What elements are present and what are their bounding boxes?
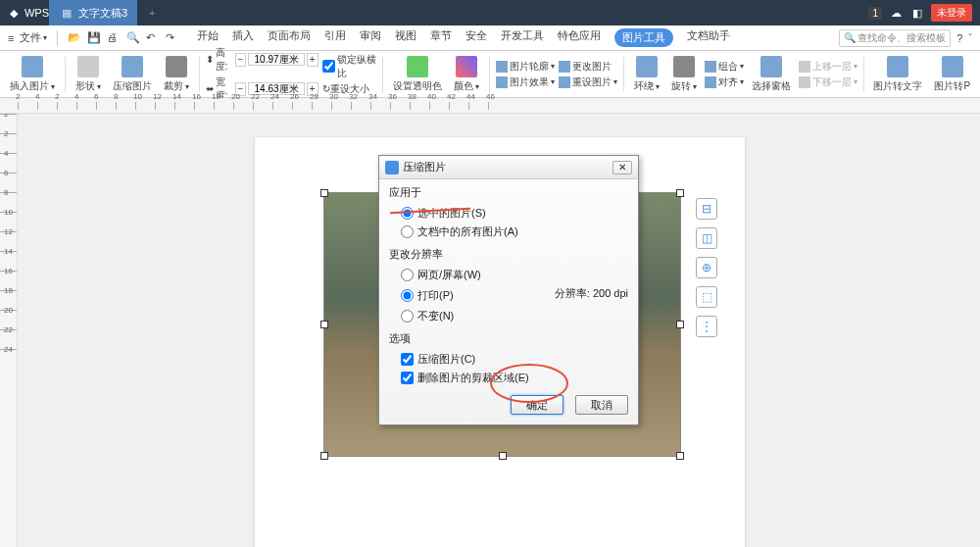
pic-outline-button[interactable]: 图片轮廓▾	[496, 60, 555, 74]
transparency-button[interactable]: 设置透明色	[389, 56, 446, 93]
tab-insert[interactable]: 插入	[232, 28, 254, 47]
picture-style-group: 图片轮廓▾ 图片效果▾	[496, 60, 555, 89]
handle-bl[interactable]	[320, 452, 328, 460]
save-icon[interactable]: 💾	[87, 31, 101, 45]
radio-print[interactable]: 打印(P)	[401, 286, 454, 305]
size-options: 锁定纵横比 ↻重设大小	[322, 53, 376, 96]
down-icon	[799, 76, 810, 88]
wrap-icon	[636, 56, 658, 77]
crop-float-icon[interactable]: ⬚	[696, 286, 717, 308]
handle-tr[interactable]	[676, 189, 684, 197]
crop-icon	[166, 56, 187, 77]
undo-icon[interactable]: ↶	[146, 31, 160, 45]
height-input[interactable]	[248, 53, 305, 66]
apply-to-legend: 应用于	[389, 185, 421, 200]
pic-effect-button[interactable]: 图片效果▾	[496, 75, 555, 89]
wrap-button[interactable]: 环绕	[630, 56, 663, 93]
preview-icon[interactable]: 🔍	[126, 31, 140, 45]
cloud-icon[interactable]: ☁	[888, 5, 904, 21]
redo-icon[interactable]: ↷	[166, 31, 179, 45]
zoom-icon[interactable]: ⊕	[696, 257, 717, 278]
tab-helper[interactable]: 文档助手	[687, 28, 730, 47]
group-button[interactable]: 组合▾	[705, 60, 744, 74]
ruler-horizontal: 2424681012141618202224262830323436384042…	[0, 98, 980, 114]
trans-icon	[407, 56, 428, 77]
tab-security[interactable]: 安全	[466, 28, 487, 47]
tab-ref[interactable]: 引用	[324, 28, 346, 47]
handle-l[interactable]	[320, 321, 328, 328]
align-button[interactable]: 对齐▾	[705, 75, 744, 89]
check-compress[interactable]: 压缩图片(C)	[389, 350, 628, 369]
dialog-body: 应用于 选中的图片(S) 文档中的所有图片(A) 更改分辨率 网页/屏幕(W) …	[379, 179, 638, 424]
skin-icon[interactable]: ◧	[909, 5, 925, 21]
wrap-options-icon[interactable]: ◫	[696, 227, 717, 249]
tab-layout[interactable]: 页面布局	[268, 28, 311, 47]
check-delete-crop[interactable]: 删除图片的剪裁区域(E)	[389, 369, 628, 387]
collapse-icon[interactable]: ˇ	[968, 32, 972, 44]
cancel-button[interactable]: 取消	[575, 395, 628, 415]
height-plus[interactable]: +	[307, 53, 318, 67]
dialog-close-button[interactable]: ✕	[612, 161, 632, 174]
compress-icon	[122, 56, 143, 77]
search-box[interactable]: 🔍查找命令、搜索模板	[839, 29, 951, 47]
document-tab[interactable]: ▦ 文字文稿3	[49, 0, 137, 25]
login-button[interactable]: 未登录	[931, 4, 972, 22]
selection-pane-button[interactable]: 选择窗格	[748, 56, 795, 93]
rotate-button[interactable]: 旋转	[667, 56, 701, 93]
print-icon[interactable]: 🖨	[107, 31, 121, 45]
menubar-right: 🔍查找命令、搜索模板 ? ˇ	[839, 29, 972, 47]
handle-tl[interactable]	[320, 189, 328, 197]
reset-icon	[559, 76, 570, 88]
lock-ratio-check[interactable]: 锁定纵横比	[322, 53, 376, 80]
color-icon	[456, 56, 477, 77]
layout-options-icon[interactable]: ⊟	[696, 198, 717, 220]
file-menu[interactable]: 文件▾	[20, 30, 47, 45]
arrange-group: 组合▾ 对齐▾	[705, 60, 744, 89]
tab-dev[interactable]: 开发工具	[501, 28, 544, 47]
tab-section[interactable]: 章节	[430, 28, 452, 47]
pic-to-text-button[interactable]: 图片转文字	[869, 56, 926, 93]
resolution-value: 分辨率: 200 dpi	[555, 286, 628, 305]
ok-button[interactable]: 确定	[511, 395, 564, 415]
ruler-vertical: 224681012141618202224	[0, 114, 18, 547]
change-pic-button[interactable]: 更改图片	[559, 60, 617, 74]
tab-special[interactable]: 特色应用	[558, 28, 601, 47]
handle-r[interactable]	[676, 321, 684, 328]
dialog-titlebar[interactable]: 压缩图片 ✕	[379, 156, 638, 179]
radio-all-pics[interactable]: 文档中的所有图片(A)	[389, 223, 628, 241]
pic-to-pdf-button[interactable]: 图片转P	[930, 56, 974, 93]
tab-view[interactable]: 视图	[395, 28, 416, 47]
effect-icon	[496, 76, 508, 88]
down-layer-button[interactable]: 下移一层▾	[799, 75, 858, 89]
radio-nochange[interactable]: 不变(N)	[389, 307, 628, 325]
insert-pic-icon	[22, 56, 43, 77]
color-button[interactable]: 颜色	[450, 56, 483, 93]
help-icon[interactable]: ?	[956, 32, 962, 44]
more-float-icon[interactable]: ⋮	[696, 316, 717, 337]
radio-web[interactable]: 网页/屏幕(W)	[389, 266, 628, 284]
tab-review[interactable]: 审阅	[360, 28, 381, 47]
height-minus[interactable]: −	[235, 53, 246, 67]
insert-picture-button[interactable]: 插入图片	[6, 56, 59, 93]
reset-pic-button[interactable]: 重设图片▾	[559, 75, 617, 89]
handle-br[interactable]	[676, 452, 684, 460]
dialog-title: 压缩图片	[403, 160, 446, 174]
radio-selected-pic[interactable]: 选中的图片(S)	[389, 204, 628, 223]
new-tab-button[interactable]: +	[137, 7, 167, 19]
tab-picture-tools[interactable]: 图片工具	[614, 28, 673, 47]
tab-start[interactable]: 开始	[197, 28, 219, 47]
handle-b[interactable]	[499, 452, 507, 460]
notif-badge[interactable]: 1	[868, 7, 882, 20]
dialog-buttons: 确定 取消	[389, 395, 628, 415]
dialog-icon	[385, 161, 399, 174]
up-layer-button[interactable]: 上移一层▾	[799, 60, 858, 74]
menu-icon[interactable]: ≡	[8, 32, 14, 44]
titlebar: ◆ WPS ▦ 文字文稿3 + 1 ☁ ◧ 未登录	[0, 0, 980, 25]
open-icon[interactable]: 📂	[68, 31, 81, 45]
options-group: 选项 压缩图片(C) 删除图片的剪裁区域(E)	[389, 331, 628, 387]
wps-icon: ◆	[8, 5, 21, 21]
compress-button[interactable]: 压缩图片	[109, 56, 156, 93]
shape-button[interactable]: 形状	[72, 56, 105, 93]
crop-button[interactable]: 裁剪	[160, 56, 193, 93]
titlebar-right: 1 ☁ ◧ 未登录	[868, 4, 980, 22]
